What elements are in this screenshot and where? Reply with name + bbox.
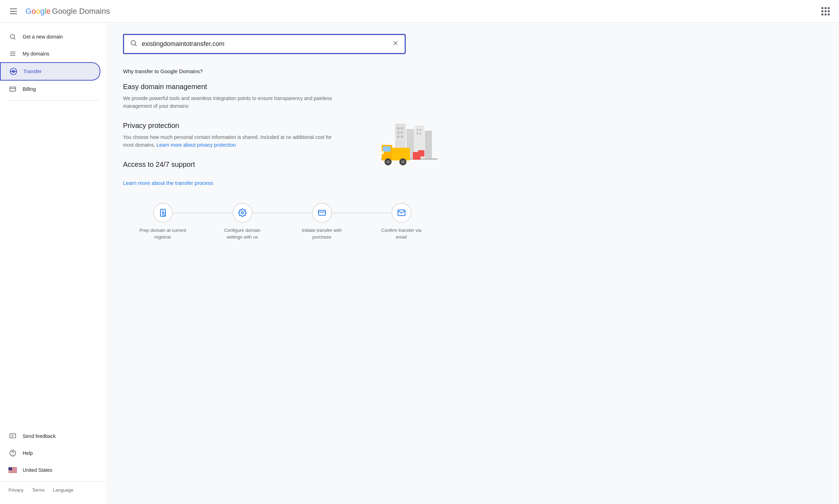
feedback-icon xyxy=(8,432,17,440)
svg-rect-21 xyxy=(8,470,17,471)
step-prep-label: Prep domain at current registrar xyxy=(138,227,188,241)
sidebar-item-help[interactable]: Help xyxy=(0,445,100,462)
privacy-learn-more-link[interactable]: Learn more about privacy protection xyxy=(157,142,236,148)
svg-rect-33 xyxy=(397,127,399,129)
step-initiate: Initiate transfer with purchase xyxy=(282,203,362,241)
step-circle-confirm xyxy=(392,203,411,223)
svg-point-50 xyxy=(401,160,405,164)
step-confirm: Confirm transfer via email xyxy=(362,203,441,241)
svg-rect-38 xyxy=(401,136,403,138)
sidebar-item-billing-label: Billing xyxy=(23,86,36,92)
hamburger-menu[interactable] xyxy=(7,6,20,17)
sidebar-divider xyxy=(6,100,100,101)
feature-support-title: Access to 24/7 support xyxy=(123,160,342,169)
step-confirm-label: Confirm transfer via email xyxy=(377,227,426,241)
feature-privacy: Privacy protection You choose how much p… xyxy=(123,122,342,149)
sidebar-item-country[interactable]: United States xyxy=(0,462,100,479)
feature-privacy-title: Privacy protection xyxy=(123,122,342,130)
svg-point-16 xyxy=(13,455,13,455)
list-icon xyxy=(8,49,17,58)
svg-rect-58 xyxy=(318,210,325,215)
search-icon xyxy=(8,33,17,41)
step-prep-domain: Prep domain at current registrar xyxy=(123,203,203,241)
feature-easy-management: Easy domain management We provide powerf… xyxy=(123,83,342,110)
svg-rect-37 xyxy=(397,136,399,138)
footer: Privacy Terms Language xyxy=(0,481,106,498)
main-content: Why transfer to Google Domains? Easy dom… xyxy=(106,23,839,504)
svg-rect-12 xyxy=(10,434,16,438)
step-initiate-label: Initiate transfer with purchase xyxy=(297,227,347,241)
logo: Google Google Domains xyxy=(25,7,110,16)
step-configure-label: Configure domain settings with us xyxy=(218,227,267,241)
search-box xyxy=(123,34,406,54)
steps-container: Prep domain at current registrar Configu… xyxy=(123,203,441,241)
search-box-icon xyxy=(130,39,137,49)
svg-rect-40 xyxy=(420,129,421,131)
svg-point-0 xyxy=(10,34,14,39)
google-wordmark: Google xyxy=(25,7,51,16)
feature-easy-management-desc: We provide powerful tools and seamless i… xyxy=(123,94,342,110)
sidebar: Get a new domain My domains xyxy=(0,23,106,504)
clear-search-button[interactable] xyxy=(392,40,399,48)
flag-icon xyxy=(8,466,17,474)
svg-rect-42 xyxy=(420,133,421,134)
domains-wordmark: Google Domains xyxy=(52,7,110,16)
step-circle-configure xyxy=(233,203,252,223)
svg-line-26 xyxy=(135,45,136,46)
sidebar-item-my-domains[interactable]: My domains xyxy=(0,45,100,62)
transfer-icon xyxy=(9,67,18,76)
step-circle-prep xyxy=(153,203,173,223)
svg-rect-22 xyxy=(8,471,17,471)
svg-rect-39 xyxy=(417,129,418,131)
privacy-link[interactable]: Privacy xyxy=(8,487,24,493)
credit-card-icon xyxy=(8,85,17,93)
feature-privacy-desc: You choose how much personal contact inf… xyxy=(123,133,342,149)
svg-rect-32 xyxy=(425,131,432,159)
city-illustration xyxy=(360,110,438,173)
svg-rect-41 xyxy=(417,133,418,134)
svg-line-1 xyxy=(14,38,16,40)
svg-point-5 xyxy=(11,52,11,52)
svg-point-6 xyxy=(11,53,11,54)
sidebar-item-my-domains-label: My domains xyxy=(23,51,49,57)
sidebar-item-get-domain[interactable]: Get a new domain xyxy=(0,28,100,45)
svg-point-57 xyxy=(241,212,244,214)
grid-icon xyxy=(821,7,830,16)
sidebar-item-feedback-label: Send feedback xyxy=(23,433,55,439)
feature-easy-management-title: Easy domain management xyxy=(123,83,342,91)
sidebar-item-transfer[interactable]: Transfer xyxy=(0,62,100,81)
terms-link[interactable]: Terms xyxy=(32,487,45,493)
sidebar-item-get-domain-label: Get a new domain xyxy=(23,34,63,40)
language-link[interactable]: Language xyxy=(53,487,74,493)
search-container xyxy=(123,34,406,54)
step-configure: Configure domain settings with us xyxy=(203,203,282,241)
step-circle-initiate xyxy=(312,203,332,223)
features-row: Easy domain management We provide powerf… xyxy=(123,83,441,200)
svg-rect-23 xyxy=(8,472,17,473)
svg-point-7 xyxy=(11,55,11,56)
sidebar-item-transfer-label: Transfer xyxy=(23,69,42,74)
learn-more-transfer-link[interactable]: Learn more about the transfer process xyxy=(123,180,213,186)
apps-button[interactable] xyxy=(819,5,832,18)
svg-point-48 xyxy=(386,160,390,164)
feature-support: Access to 24/7 support xyxy=(123,160,342,169)
svg-rect-54 xyxy=(382,151,384,154)
sidebar-item-billing[interactable]: Billing xyxy=(0,81,100,98)
svg-rect-35 xyxy=(397,131,399,134)
sidebar-footer: Send feedback Help xyxy=(0,425,106,481)
svg-rect-24 xyxy=(8,467,12,470)
sidebar-item-feedback[interactable]: Send feedback xyxy=(0,428,100,445)
svg-rect-36 xyxy=(401,131,403,134)
search-input[interactable] xyxy=(142,40,388,48)
page-layout: Get a new domain My domains xyxy=(0,23,839,504)
why-transfer-section: Why transfer to Google Domains? Easy dom… xyxy=(123,68,441,241)
sidebar-item-country-label: United States xyxy=(23,467,52,473)
features-list: Easy domain management We provide powerf… xyxy=(123,83,342,200)
svg-rect-10 xyxy=(10,87,16,91)
svg-point-25 xyxy=(131,41,136,45)
svg-rect-34 xyxy=(401,127,403,129)
help-icon xyxy=(8,449,17,457)
svg-rect-52 xyxy=(418,150,424,157)
steps-track: Prep domain at current registrar Configu… xyxy=(123,203,441,241)
header: Google Google Domains xyxy=(0,0,839,23)
